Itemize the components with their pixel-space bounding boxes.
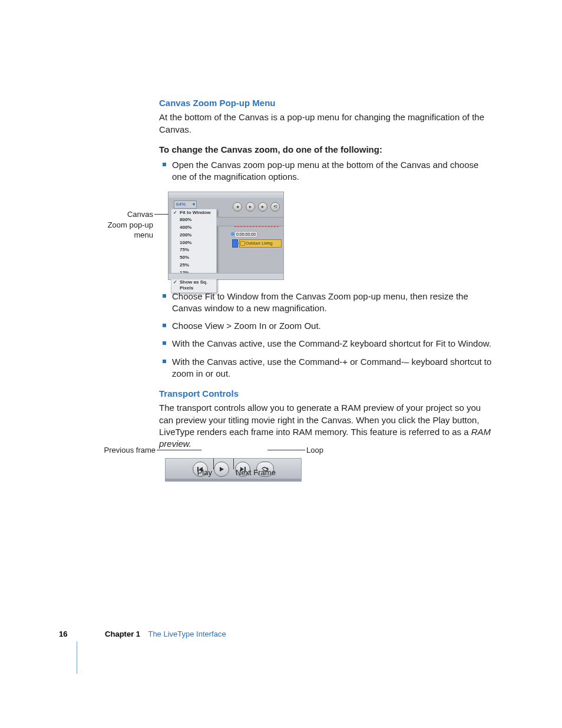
bullet-cmd-z: With the Canvas active, use the Command-… [159,338,495,350]
menu-item[interactable]: 75% [171,246,216,254]
bullet-fit-window: Choose Fit to Window from the Canvas Zoo… [159,291,495,315]
bullet-view-zoom: Choose View > Zoom In or Zoom Out. [159,320,495,332]
para-canvas-zoom-intro: At the bottom of the Canvas is a pop-up … [159,111,495,136]
bullet-cmd-plus: With the Canvas active, use the Command-… [159,356,495,380]
timecode-label: 0:00:00;00 [234,231,257,238]
page-footer: 16 Chapter 1 The LiveType Interface [59,629,226,640]
menu-item[interactable]: Fit to Window [171,209,216,217]
callout-play: Play [194,467,212,478]
heading-transport: Transport Controls [159,388,495,400]
chapter-title: The LiveType Interface [148,630,226,638]
menu-item[interactable]: 25% [171,262,216,269]
timeline-clip[interactable]: Outdoor Living [239,239,282,248]
callout-loop: Loop [306,445,330,456]
bullet-open-popup: Open the Canvas zoom pop-up menu at the … [159,159,495,183]
menu-item[interactable]: 50% [171,254,216,262]
zoom-popup-button[interactable]: 64% [174,200,197,209]
heading-canvas-zoom: Canvas Zoom Pop-up Menu [159,97,495,109]
menu-item[interactable]: 400% [171,224,216,232]
play-icon[interactable]: ▸ [246,202,255,212]
instruction-change-zoom: To change the Canvas zoom, do one of the… [159,144,495,156]
menu-item[interactable]: 200% [171,232,216,239]
figure-canvas-zoom-menu: 64% ◂ ▸ ▸ ⟲ Fit to Window 800% 400% 200%… [168,192,284,280]
para-transport: The transport controls allow you to gene… [159,402,495,450]
loop-icon[interactable]: ⟲ [270,202,280,212]
zoom-popup-menu[interactable]: Fit to Window 800% 400% 200% 100% 75% 50… [171,209,217,294]
svg-marker-2 [220,467,224,472]
callout-canvas-zoom: Canvas Zoom pop-up menu [106,209,153,241]
chapter-label: Chapter 1 [105,630,140,638]
footer-rule [77,641,77,674]
menu-item[interactable]: 800% [171,216,216,224]
next-frame-icon[interactable]: ▸ [258,202,267,212]
callout-prev-frame: Previous frame [101,445,156,456]
playhead-icon[interactable] [232,239,238,248]
page-number: 16 [59,630,67,638]
callout-next-frame: Next Frame [236,467,283,478]
menu-item[interactable]: 100% [171,239,216,247]
play-button[interactable] [214,462,229,477]
prev-frame-icon[interactable]: ◂ [233,202,242,212]
